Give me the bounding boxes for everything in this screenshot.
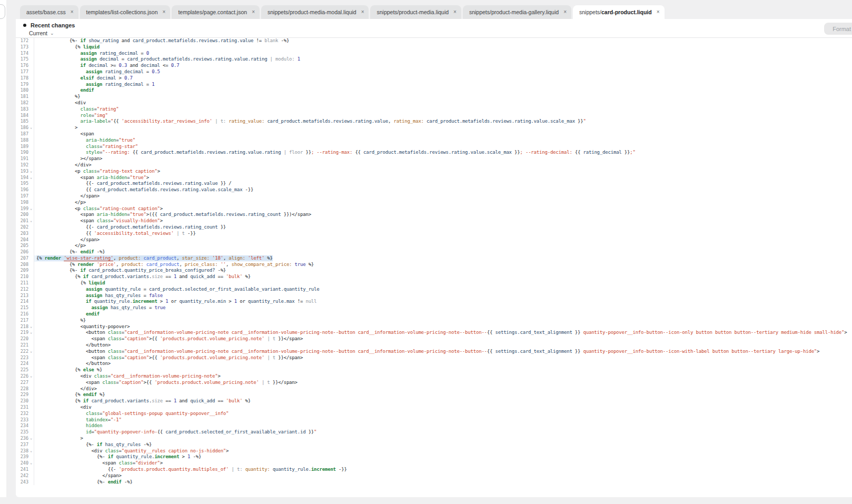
- code-text[interactable]: ></span>: [34, 156, 102, 162]
- code-text[interactable]: {%- if has_qty_rules -%}: [34, 442, 152, 448]
- code-line[interactable]: 175 assign decimal = card_product.metafi…: [16, 56, 852, 63]
- fold-chevron-icon[interactable]: ⌄: [28, 460, 34, 467]
- code-text[interactable]: aria-label="{{ 'accessibility.star_revie…: [34, 118, 586, 125]
- code-line[interactable]: 237 {%- if has_qty_rules -%}: [16, 442, 852, 448]
- code-line[interactable]: 205 </p>: [16, 243, 852, 249]
- fold-chevron-icon[interactable]: ⌄: [28, 349, 34, 355]
- code-text[interactable]: if quantity_rule.increment > 1 or quanti…: [34, 299, 316, 305]
- code-line[interactable]: 193⌄ <p class="rating-text caption">: [16, 169, 852, 175]
- code-text[interactable]: {% render 'price', product: card_product…: [34, 262, 314, 268]
- code-line[interactable]: 213 assign has_qty_rules = false: [16, 293, 852, 299]
- code-line[interactable]: 177 assign rating_decimal = 0.5: [16, 69, 852, 75]
- code-text[interactable]: <quantity-popover>: [34, 324, 130, 330]
- code-line[interactable]: 225 {% else %}: [16, 367, 852, 373]
- fold-chevron-icon[interactable]: ⌄: [28, 218, 34, 224]
- code-text[interactable]: {{ 'accessibility.total_reviews' | t -}}: [34, 231, 196, 237]
- code-text[interactable]: {% render 'wise-star-rating', product: c…: [34, 255, 273, 262]
- code-line[interactable]: 240⌄ <span class="divider">: [16, 460, 852, 467]
- code-line[interactable]: 212 assign quantity_rule = card_product.…: [16, 286, 852, 293]
- code-line[interactable]: 238⌄ <div class="quantity__rules caption…: [16, 448, 852, 454]
- code-text[interactable]: assign rating_decimal = 0.5: [34, 69, 160, 75]
- code-text[interactable]: id="quantity-popover-info-{{ card_produc…: [34, 429, 316, 436]
- tab[interactable]: templates/list-collections.json×: [80, 5, 171, 19]
- code-line[interactable]: 182 <div: [16, 100, 852, 106]
- code-text[interactable]: <span aria-hidden="true">: [34, 175, 149, 181]
- fold-chevron-icon[interactable]: ⌄: [28, 436, 34, 442]
- fold-chevron-icon[interactable]: ⌄: [28, 373, 34, 380]
- code-line[interactable]: 203 {{ 'accessibility.total_reviews' | t…: [16, 231, 852, 237]
- fold-chevron-icon[interactable]: ⌄: [28, 330, 34, 336]
- code-line[interactable]: 236⌄ >: [16, 436, 852, 442]
- code-text[interactable]: <span class="caption">{{ 'products.produ…: [34, 336, 303, 342]
- code-line[interactable]: 179 assign rating_decimal = 1: [16, 82, 852, 88]
- code-text[interactable]: {% else %}: [34, 367, 102, 373]
- code-line[interactable]: 190 style="--rating: {{ card_product.met…: [16, 150, 852, 156]
- code-line[interactable]: 173 {% liquid: [16, 44, 852, 51]
- code-text[interactable]: elsif decimal > 0.7: [34, 75, 133, 82]
- tab-close-icon[interactable]: ×: [657, 9, 660, 15]
- code-line[interactable]: 210 {% if card_product.variants.size == …: [16, 274, 852, 280]
- code-line[interactable]: 217 %}: [16, 318, 852, 324]
- code-text[interactable]: {% endif %}: [34, 392, 105, 398]
- code-line[interactable]: 181 %}: [16, 94, 852, 100]
- code-text[interactable]: <p class="rating-count caption">: [34, 206, 163, 212]
- code-text[interactable]: style="--rating: {{ card_product.metafie…: [34, 150, 636, 156]
- code-text[interactable]: >: [34, 436, 83, 442]
- fold-chevron-icon[interactable]: ⌄: [28, 175, 34, 181]
- format-button[interactable]: Format: [824, 23, 852, 35]
- fold-chevron-icon[interactable]: ⌄: [28, 206, 34, 212]
- code-text[interactable]: </p>: [34, 200, 86, 206]
- tab[interactable]: snippets/product-media.liquid×: [370, 5, 461, 19]
- code-area[interactable]: 172 {%- if show_rating and card_product.…: [16, 38, 852, 497]
- code-text[interactable]: <span class="visually-hidden">: [34, 218, 163, 224]
- code-text[interactable]: {%- endif -%}: [34, 249, 105, 255]
- code-line[interactable]: 186⌄ >: [16, 125, 852, 131]
- code-line[interactable]: 196 {{ card_product.metafields.reviews.r…: [16, 187, 852, 193]
- code-text[interactable]: </span>: [34, 237, 100, 243]
- code-text[interactable]: assign decimal = card_product.metafields…: [34, 56, 300, 63]
- code-line[interactable]: 191 ></span>: [16, 156, 852, 162]
- code-line[interactable]: 180 endif: [16, 87, 852, 94]
- code-text[interactable]: </span>: [34, 193, 100, 200]
- code-line[interactable]: 208 {% render 'price', product: card_pro…: [16, 262, 852, 268]
- code-line[interactable]: 216 endif: [16, 311, 852, 318]
- code-text[interactable]: <div class="card__information-volume-pri…: [34, 373, 221, 380]
- code-line[interactable]: 229 {% endif %}: [16, 392, 852, 398]
- code-text[interactable]: <button class="card__information-volume-…: [34, 330, 847, 336]
- code-text[interactable]: assign quantity_rule = card_product.sele…: [34, 286, 320, 293]
- code-text[interactable]: </div>: [34, 386, 97, 392]
- code-text[interactable]: <span class="caption">{{ 'products.produ…: [34, 380, 298, 386]
- code-line[interactable]: 228 </div>: [16, 386, 852, 392]
- code-text[interactable]: </p>: [34, 243, 86, 249]
- code-line[interactable]: 174 assign rating_decimal = 0: [16, 51, 852, 57]
- code-line[interactable]: 195 {{- card_product.metafields.reviews.…: [16, 181, 852, 187]
- code-line[interactable]: 223 <span class="caption">{{ 'products.p…: [16, 355, 852, 361]
- code-line[interactable]: 224 </button>: [16, 361, 852, 367]
- code-text[interactable]: tabindex="-1": [34, 417, 122, 423]
- tab-close-icon[interactable]: ×: [453, 9, 457, 15]
- code-text[interactable]: </button>: [34, 361, 111, 367]
- code-line[interactable]: 243 {%- endif -%}: [16, 479, 852, 486]
- code-line[interactable]: 202 {{- card_product.metafields.reviews.…: [16, 224, 852, 231]
- code-text[interactable]: {{- card_product.metafields.reviews.rati…: [34, 224, 226, 231]
- code-text[interactable]: class="global-settings-popup quantity-po…: [34, 411, 229, 417]
- code-line[interactable]: 235 id="quantity-popover-info-{{ card_pr…: [16, 429, 852, 436]
- code-text[interactable]: %}: [34, 94, 81, 100]
- code-line[interactable]: 206 {%- endif -%}: [16, 249, 852, 255]
- code-text[interactable]: <button class="card__information-volume-…: [34, 349, 819, 355]
- code-text[interactable]: <div: [34, 100, 86, 106]
- code-line[interactable]: 232 class="global-settings-popup quantit…: [16, 411, 852, 417]
- code-text[interactable]: </button>: [34, 342, 111, 349]
- code-line[interactable]: 222⌄ <button class="card__information-vo…: [16, 349, 852, 355]
- code-text[interactable]: </span>: [34, 473, 122, 479]
- code-text[interactable]: >: [34, 125, 77, 131]
- code-text[interactable]: <p class="rating-text caption">: [34, 169, 160, 175]
- code-text[interactable]: {%- if quantity_rule.increment > 1 -%}: [34, 454, 201, 460]
- code-text[interactable]: <span class="divider">: [34, 460, 163, 467]
- code-line[interactable]: 199⌄ <p class="rating-count caption">: [16, 206, 852, 212]
- tab[interactable]: templates/page.contact.json×: [172, 5, 260, 19]
- code-text[interactable]: </div>: [34, 162, 91, 169]
- code-line[interactable]: 226⌄ <div class="card__information-volum…: [16, 373, 852, 380]
- code-text[interactable]: endif: [34, 311, 100, 318]
- code-line[interactable]: 214 if quantity_rule.increment > 1 or qu…: [16, 299, 852, 305]
